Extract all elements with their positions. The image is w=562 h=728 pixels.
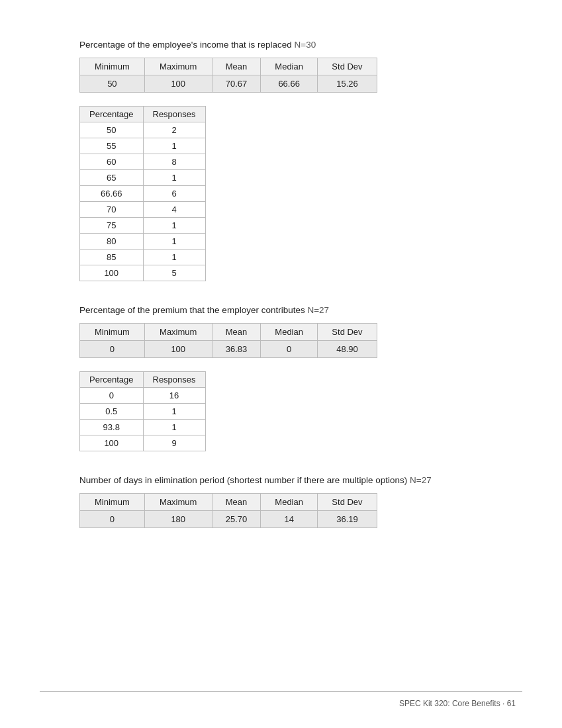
stats-row: 50 100 70.67 66.66 15.26 [80,75,377,93]
col-header-maximum: Maximum [144,324,212,341]
dist-cell: 1 [143,250,205,265]
section-2: Percentage of the premium that the emplo… [79,305,502,451]
dist-cell: 85 [80,250,144,265]
stat-mean: 70.67 [212,75,261,93]
stat-maximum: 100 [144,75,212,93]
dist-row: 651 [80,170,206,186]
section-1-n: N=30 [295,40,316,50]
dist-cell: 1 [143,420,205,435]
dist-row: 1009 [80,435,206,451]
col-header-minimum: Minimum [80,324,145,341]
dist-cell: 1 [143,138,205,154]
col-header-median: Median [261,324,318,341]
col-header-minimum: Minimum [80,58,145,75]
section-3: Number of days in elimination period (sh… [79,475,502,528]
dist-cell: 1 [143,218,205,234]
dist-row: 1005 [80,265,206,281]
dist-row: 016 [80,388,206,404]
dist-row: 93.81 [80,420,206,435]
dist-cell: 70 [80,202,144,218]
footer-line [40,691,522,692]
dist-col-percentage: Percentage [80,372,144,388]
dist-cell: 1 [143,170,205,186]
col-header-mean: Mean [212,494,261,511]
stat-median: 66.66 [261,75,318,93]
dist-cell: 65 [80,170,144,186]
stat-median: 0 [261,341,318,358]
section-3-n: N=27 [410,475,432,485]
dist-cell: 6 [143,186,205,202]
section-3-stats-table: Minimum Maximum Mean Median Std Dev 0 18… [79,493,377,528]
section-1: Percentage of the employee's income that… [79,40,502,281]
col-header-mean: Mean [212,324,261,341]
col-header-median: Median [261,58,318,75]
dist-cell: 2 [143,122,205,138]
section-2-n: N=27 [307,305,329,315]
dist-cell: 1 [143,234,205,250]
section-1-title: Percentage of the employee's income that… [79,40,502,50]
dist-cell: 100 [80,265,144,281]
dist-row: 851 [80,250,206,265]
section-3-title: Number of days in elimination period (sh… [79,475,502,485]
dist-cell: 8 [143,154,205,170]
page-content: Percentage of the employee's income that… [0,0,562,605]
dist-row: 704 [80,202,206,218]
footer-text: SPEC Kit 320: Core Benefits · 61 [399,699,516,708]
section-1-stats-table: Minimum Maximum Mean Median Std Dev 50 1… [79,58,377,93]
stat-median: 14 [261,511,318,528]
stat-maximum: 180 [144,511,212,528]
col-header-stddev: Std Dev [317,324,377,341]
stat-stddev: 48.90 [317,341,377,358]
dist-cell: 5 [143,265,205,281]
col-header-maximum: Maximum [144,58,212,75]
stat-minimum: 0 [80,341,145,358]
dist-cell: 80 [80,234,144,250]
stat-stddev: 15.26 [317,75,377,93]
dist-row: 0.51 [80,404,206,420]
col-header-minimum: Minimum [80,494,145,511]
dist-cell: 60 [80,154,144,170]
stats-row: 0 180 25.70 14 36.19 [80,511,377,528]
stat-stddev: 36.19 [317,511,377,528]
dist-col-responses: Responses [143,372,205,388]
section-1-dist-table: Percentage Responses 50255160865166.6667… [79,106,206,281]
dist-row: 608 [80,154,206,170]
col-header-stddev: Std Dev [317,494,377,511]
dist-cell: 1 [143,404,205,420]
col-header-maximum: Maximum [144,494,212,511]
dist-cell: 100 [80,435,144,451]
dist-cell: 0.5 [80,404,144,420]
dist-cell: 16 [143,388,205,404]
col-header-median: Median [261,494,318,511]
stat-mean: 25.70 [212,511,261,528]
section-2-title: Percentage of the premium that the emplo… [79,305,502,315]
col-header-stddev: Std Dev [317,58,377,75]
col-header-mean: Mean [212,58,261,75]
stat-minimum: 0 [80,511,145,528]
dist-cell: 93.8 [80,420,144,435]
stat-maximum: 100 [144,341,212,358]
dist-cell: 0 [80,388,144,404]
dist-row: 502 [80,122,206,138]
dist-cell: 75 [80,218,144,234]
dist-col-percentage: Percentage [80,107,144,122]
stat-mean: 36.83 [212,341,261,358]
section-2-stats-table: Minimum Maximum Mean Median Std Dev 0 10… [79,323,377,358]
dist-cell: 50 [80,122,144,138]
dist-cell: 55 [80,138,144,154]
dist-cell: 66.66 [80,186,144,202]
dist-row: 66.666 [80,186,206,202]
dist-row: 801 [80,234,206,250]
dist-col-responses: Responses [143,107,205,122]
dist-cell: 9 [143,435,205,451]
dist-cell: 4 [143,202,205,218]
section-2-dist-table: Percentage Responses 0160.5193.811009 [79,371,206,451]
dist-row: 751 [80,218,206,234]
stats-row: 0 100 36.83 0 48.90 [80,341,377,358]
dist-row: 551 [80,138,206,154]
stat-minimum: 50 [80,75,145,93]
